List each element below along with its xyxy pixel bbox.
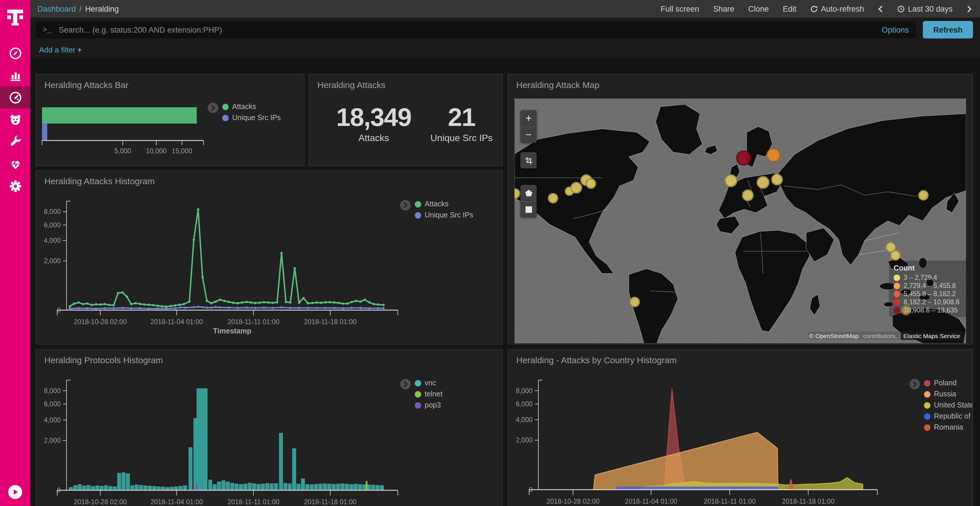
svg-text:2018-11-11 01:00: 2018-11-11 01:00 [704, 498, 756, 505]
map-dot-yellow[interactable] [571, 182, 582, 193]
legend-item-poland[interactable]: Poland [924, 379, 973, 387]
world-attack-map[interactable]: + − Count 3 – 2,729.42,729.4 – 5,455.85,… [514, 98, 966, 343]
edit-button[interactable]: Edit [783, 5, 797, 13]
legend-label: Attacks [232, 103, 256, 111]
map-dot-dark-red[interactable] [737, 151, 751, 165]
time-back-button[interactable] [878, 5, 883, 13]
refresh-button[interactable]: Refresh [923, 21, 973, 38]
sidebar-collapse-button[interactable] [8, 485, 22, 499]
legend-toggle-chevron-icon[interactable] [909, 379, 920, 389]
legend-item-pop3[interactable]: pop3 [415, 401, 442, 409]
legend-label: Unique Src IPs [232, 114, 281, 122]
map-dot-yellow[interactable] [891, 251, 900, 260]
map-dot-yellow[interactable] [743, 190, 753, 200]
map-dot-yellow[interactable] [514, 189, 520, 198]
heartbeat-icon [8, 157, 22, 171]
search-box[interactable]: >_ Options [36, 21, 916, 38]
share-button[interactable]: Share [713, 5, 734, 13]
legend-toggle-chevron-icon[interactable] [208, 103, 218, 113]
sidebar-item-discover[interactable] [0, 42, 30, 64]
country-histogram-chart[interactable]: 02,0004,0006,0008,0002018-10-28 02:00201… [508, 350, 972, 506]
attacks-histogram-chart[interactable]: 02,0004,0006,0008,0002018-10-28 02:00201… [36, 171, 502, 344]
legend-item-unique-src-ips[interactable]: Unique Src IPs [222, 114, 281, 122]
sidebar-item-visualize[interactable] [0, 64, 30, 86]
panel-heralding-attacks-bar: Heralding Attacks Bar 5,00010,00015,000 … [36, 74, 304, 166]
svg-text:2,000: 2,000 [515, 436, 533, 444]
map-draw-polygon-button[interactable] [520, 185, 537, 201]
svg-text:10,000: 10,000 [146, 147, 167, 155]
refresh-cycle-icon [810, 5, 818, 13]
time-range-picker[interactable]: Last 30 days [897, 5, 953, 13]
map-dot-yellow[interactable] [586, 179, 596, 188]
add-filter-link[interactable]: Add a filter + [39, 45, 82, 54]
legend-item-attacks[interactable]: Attacks [415, 200, 473, 208]
svg-text:2018-11-11 01:00: 2018-11-11 01:00 [228, 498, 279, 506]
clone-button[interactable]: Clone [748, 5, 769, 13]
filter-bar: Add a filter + [30, 42, 980, 58]
sidebar-item-devtools[interactable] [0, 130, 30, 153]
svg-text:Timestamp: Timestamp [213, 327, 251, 335]
legend-color-dot [924, 424, 931, 430]
rectangle-icon [525, 206, 532, 213]
sidebar-item-dashboard[interactable] [0, 86, 30, 108]
legend-toggle-chevron-icon[interactable] [400, 379, 410, 389]
map-dot-yellow[interactable] [919, 190, 928, 200]
top-navbar: Dashboard / Heralding Full screen Share … [30, 0, 980, 17]
legend-toggle-chevron-icon[interactable] [400, 200, 410, 211]
svg-text:8,000: 8,000 [515, 387, 533, 395]
metric-label: Unique Src IPs [431, 133, 493, 143]
svg-text:4,000: 4,000 [515, 416, 533, 424]
legend-item-telnet[interactable]: telnet [415, 390, 442, 398]
sidebar-item-management[interactable] [0, 175, 30, 197]
chart-legend: vnctelnetpop3 [400, 379, 442, 409]
legend-item-romania[interactable]: Romania [924, 423, 973, 431]
map-dot-yellow[interactable] [757, 177, 769, 188]
breadcrumb-dashboard-link[interactable]: Dashboard [37, 5, 76, 13]
crop-icon [524, 156, 533, 165]
time-forward-button[interactable] [967, 5, 972, 13]
legend-color-dot [924, 391, 931, 397]
svg-text:2018-11-18 01:00: 2018-11-18 01:00 [304, 318, 356, 325]
legend-color-dot [415, 391, 421, 397]
map-zoom-out-button[interactable]: − [520, 127, 537, 143]
legend-label: Attacks [425, 200, 449, 208]
map-legend-item: 3 – 2,729.4 [894, 274, 966, 281]
svg-text:2018-10-28 02:00: 2018-10-28 02:00 [74, 318, 127, 325]
legend-item-russia[interactable]: Russia [924, 390, 973, 398]
legend-item-unique-src-ips[interactable]: Unique Src IPs [415, 211, 473, 219]
options-link[interactable]: Options [882, 25, 909, 34]
map-dot-yellow[interactable] [772, 174, 782, 185]
legend-item-united-states[interactable]: United States [924, 401, 973, 409]
search-input[interactable] [57, 25, 876, 35]
svg-text:8,000: 8,000 [44, 387, 60, 395]
legend-item-republic-of-korea[interactable]: Republic of Korea [924, 412, 973, 420]
full-screen-button[interactable]: Full screen [661, 5, 699, 13]
map-dot-yellow[interactable] [548, 194, 558, 203]
map-legend-range-label: 10,908.6 – 13,635 [904, 307, 958, 314]
chart-legend: PolandRussiaUnited StatesRepublic of Kor… [909, 379, 973, 431]
map-zoom-in-button[interactable]: + [520, 110, 537, 127]
kibana-dashboard: Dashboard / Heralding Full screen Share … [0, 0, 980, 506]
auto-refresh-button[interactable]: Auto-refresh [810, 5, 864, 13]
legend-color-dot [222, 114, 229, 121]
protocols-histogram-chart[interactable]: 02,0004,0006,0008,0002018-10-28 02:00201… [36, 350, 502, 506]
elastic-maps-service-link[interactable]: Elastic Maps Service [900, 332, 963, 340]
svg-text:2,000: 2,000 [44, 437, 60, 444]
map-dot-yellow[interactable] [725, 175, 737, 187]
svg-text:5,000: 5,000 [115, 147, 131, 155]
map-legend-color-dot [894, 282, 900, 289]
legend-label: Romania [934, 423, 963, 431]
map-dot-yellow[interactable] [630, 297, 640, 307]
sidebar-item-monitoring[interactable] [0, 153, 30, 175]
panel-title: Heralding - Attacks by Country Histogram [516, 355, 677, 365]
telekom-logo[interactable] [0, 0, 30, 35]
legend-item-vnc[interactable]: vnc [415, 379, 442, 387]
map-fit-bounds-button[interactable] [520, 152, 537, 168]
map-draw-rectangle-button[interactable] [520, 201, 537, 217]
sidebar-item-attack-animal[interactable] [0, 108, 30, 130]
map-legend-item: 10,908.6 – 13,635 [894, 307, 966, 314]
osm-attribution-link[interactable]: © OpenStreetMap [808, 332, 860, 340]
panel-attacks-by-country-histogram: Heralding - Attacks by Country Histogram… [508, 349, 973, 506]
map-dot-orange[interactable] [767, 149, 780, 162]
legend-item-attacks[interactable]: Attacks [222, 103, 281, 111]
